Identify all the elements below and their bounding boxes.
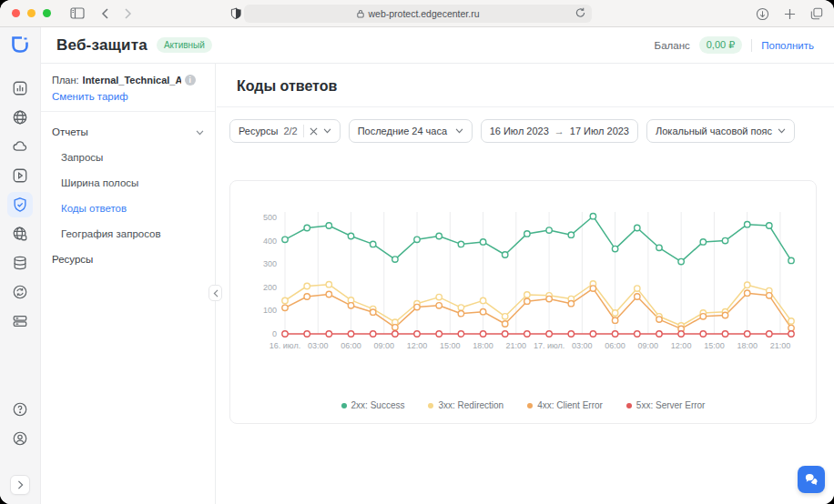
sidebar-item-resources[interactable]: Ресурсы [41, 247, 215, 272]
tab-overview-icon[interactable] [807, 4, 827, 24]
svg-text:17. июл.: 17. июл. [534, 341, 564, 350]
help-icon[interactable] [7, 397, 33, 422]
svg-text:200: 200 [263, 283, 277, 292]
product-icon-rail [0, 27, 41, 504]
legend-item[interactable]: 5xx: Server Error [626, 400, 706, 410]
sidebar-toggle-icon[interactable] [67, 4, 87, 24]
sidebar: План: Internal_Technical_Acco... i Смени… [41, 64, 216, 504]
svg-text:18:00: 18:00 [473, 341, 493, 350]
chart-legend: 2xx: Success 3xx: Redirection 4xx: Clien… [230, 400, 816, 410]
edgecenter-logo[interactable] [9, 34, 31, 59]
response-codes-chart: 010020030040050016. июл.03:0006:0009:001… [239, 196, 804, 365]
support-chat-button[interactable] [798, 466, 825, 493]
traffic-lights [12, 9, 51, 17]
svg-text:03:00: 03:00 [572, 341, 593, 350]
svg-text:12:00: 12:00 [671, 341, 692, 350]
svg-text:400: 400 [263, 237, 277, 246]
statistics-icon[interactable] [7, 76, 33, 101]
plan-label: План: [52, 75, 79, 86]
legend-dot [341, 403, 347, 408]
legend-item[interactable]: 2xx: Success [341, 400, 405, 410]
chart-card: 010020030040050016. июл.03:0006:0009:001… [229, 180, 817, 424]
browser-window: web-protect.edgecenter.ru [0, 0, 834, 504]
svg-text:15:00: 15:00 [704, 341, 725, 350]
date-to: 17 Июл 2023 [570, 126, 629, 136]
page-title: Коды ответов [217, 64, 834, 107]
privacy-shield-icon[interactable] [226, 4, 246, 24]
expand-rail-button[interactable] [10, 475, 30, 495]
topup-link[interactable]: Пополнить [761, 40, 814, 51]
svg-text:06:00: 06:00 [605, 341, 626, 350]
resources-filter[interactable]: Ресурсы 2/2 [229, 119, 341, 143]
change-plan-link[interactable]: Сменить тариф [52, 91, 204, 102]
svg-text:06:00: 06:00 [341, 341, 361, 350]
legend-item[interactable]: 4xx: Client Error [527, 400, 603, 410]
legend-dot [527, 403, 533, 408]
date-range-picker[interactable]: 16 Июл 2023 → 17 Июл 2023 [481, 119, 638, 143]
app-header: Веб-защита Активный Баланс 0,00 ₽ Пополн… [41, 27, 834, 64]
svg-text:21:00: 21:00 [506, 341, 527, 350]
sidebar-item-response-codes[interactable]: Коды ответов [41, 196, 215, 221]
balance-label: Баланс [655, 40, 690, 51]
minimize-window-button[interactable] [27, 9, 36, 17]
sidebar-item-request-geography[interactable]: География запросов [41, 221, 215, 247]
reload-icon[interactable] [575, 7, 585, 20]
timezone-select[interactable]: Локальный часовой пояс [646, 119, 795, 143]
period-select[interactable]: Последние 24 часа [349, 119, 473, 143]
back-button[interactable] [95, 4, 115, 24]
sidebar-item-bandwidth[interactable]: Ширина полосы [41, 170, 215, 196]
resources-count: 2/2 [283, 126, 297, 136]
storage-icon[interactable] [7, 250, 33, 276]
forward-button[interactable] [118, 4, 138, 24]
url-text: web-protect.edgecenter.ru [369, 8, 480, 19]
svg-text:16. июл.: 16. июл. [270, 341, 300, 350]
legend-dot [626, 403, 632, 408]
app-title: Веб-защита [56, 36, 147, 55]
downloads-icon[interactable] [752, 4, 772, 24]
sync-icon[interactable] [7, 279, 33, 305]
web-security-icon[interactable] [7, 192, 33, 217]
chevron-down-icon[interactable] [323, 128, 331, 134]
address-bar[interactable]: web-protect.edgecenter.ru [244, 5, 592, 23]
cdn-globe-icon[interactable] [7, 105, 33, 130]
clear-filter-icon[interactable] [310, 127, 318, 136]
svg-text:09:00: 09:00 [374, 341, 395, 350]
lock-icon [357, 9, 364, 18]
sidebar-item-reports[interactable]: Отчеты [41, 119, 215, 145]
streaming-icon[interactable] [7, 163, 33, 188]
hosting-icon[interactable] [7, 308, 33, 334]
dns-icon[interactable] [7, 221, 33, 247]
chevron-down-icon [778, 128, 786, 134]
svg-text:12:00: 12:00 [407, 341, 428, 350]
collapse-sidebar-button[interactable] [208, 285, 222, 301]
svg-text:03:00: 03:00 [308, 341, 329, 350]
chat-bubbles-icon [804, 473, 819, 486]
main-content: Коды ответов Ресурсы 2/2 Последние 24 ча… [217, 64, 834, 504]
chevron-down-icon [196, 126, 204, 137]
arrow-right-icon: → [554, 126, 564, 136]
sidebar-item-requests[interactable]: Запросы [41, 145, 215, 170]
legend-item[interactable]: 3xx: Redirection [428, 400, 503, 410]
svg-text:500: 500 [263, 213, 277, 222]
svg-text:18:00: 18:00 [737, 341, 758, 350]
status-badge: Активный [157, 37, 212, 53]
close-window-button[interactable] [12, 9, 20, 17]
date-from: 16 Июл 2023 [490, 126, 549, 136]
plan-value: Internal_Technical_Acco... [83, 75, 181, 86]
chevron-down-icon [455, 128, 463, 134]
svg-text:09:00: 09:00 [638, 341, 659, 350]
svg-text:0: 0 [272, 329, 277, 338]
new-tab-icon[interactable] [779, 4, 799, 24]
svg-text:100: 100 [263, 306, 277, 315]
account-icon[interactable] [7, 426, 33, 451]
balance-value: 0,00 ₽ [699, 36, 742, 54]
info-icon[interactable]: i [185, 75, 196, 86]
legend-dot [428, 403, 433, 408]
cloud-icon[interactable] [7, 134, 33, 159]
zoom-window-button[interactable] [43, 9, 51, 17]
svg-text:21:00: 21:00 [770, 341, 791, 350]
filters-row: Ресурсы 2/2 Последние 24 часа [217, 107, 834, 143]
svg-text:300: 300 [263, 259, 277, 268]
svg-text:15:00: 15:00 [440, 341, 461, 350]
app-shell: Веб-защита Активный Баланс 0,00 ₽ Пополн… [0, 27, 834, 504]
